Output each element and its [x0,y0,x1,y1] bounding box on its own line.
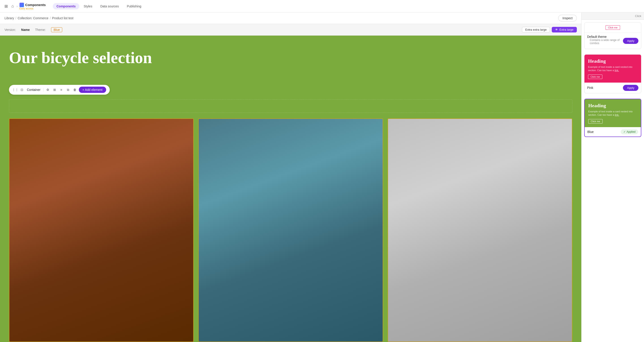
canvas-area: Our bicycle selection ⋮⋮ ⊡ Container ⚙ ⊞… [0,35,581,342]
top-nav: ⊞ ⌂ › Components Early access Components… [0,0,644,12]
viewport-xxl[interactable]: Extra extra large [522,27,550,32]
delete-icon[interactable]: 🗑 [72,87,78,92]
layout-icon[interactable]: ≡ [59,87,64,92]
pink-preview-text: Example of text inside a card nested int… [588,65,638,72]
blue-preview-text: Example of text inside a card nested int… [588,110,637,117]
breadcrumb: Library / Collection: Commerce / Product… [4,16,74,20]
canvas-heading: Our bicycle selection [0,35,581,71]
copy-icon[interactable]: ⧉ [66,87,71,92]
pink-apply-button[interactable]: Apply [623,85,638,91]
element-toolbar: ⋮⋮ ⊡ Container ⚙ ⊞ ≡ ⧉ 🗑 + Add element [9,85,110,95]
nav-brand: Components Early access [20,3,46,10]
viewport-xl[interactable]: 👁 Extra large [552,27,577,32]
tab-styles[interactable]: Styles [80,3,96,9]
product-card-2 [198,118,383,342]
settings-icon[interactable]: ⚙ [45,87,50,92]
canvas-content: Our bicycle selection ⋮⋮ ⊡ Container ⚙ ⊞… [0,35,581,342]
tab-components[interactable]: Components [53,3,79,9]
default-theme-name: Default theme [587,35,623,38]
editor-area: Library / Collection: Commerce / Product… [0,12,581,342]
applied-badge: ✓ Applied [621,129,638,134]
right-panel: Click Click me Default theme Contains a … [581,12,644,342]
version-name: Name [21,28,30,31]
pink-preview-button[interactable]: Click me [588,74,602,79]
main-layout: Library / Collection: Commerce / Product… [0,12,644,342]
click-tab-label: Click [635,14,641,18]
inspect-button[interactable]: Inspect [558,15,577,21]
nav-chevron: › [16,4,18,8]
default-click-button[interactable]: Click me [606,25,620,30]
container-icon[interactable]: ⊡ [19,87,25,92]
product-cards [0,118,581,342]
viewport-buttons: Extra extra large 👁 Extra large [522,27,577,32]
brand-name-text: Components [25,3,46,7]
applied-label: Applied [626,130,636,133]
pink-preview-heading: Heading [588,58,638,64]
blue-preview-heading: Heading [588,103,637,109]
brand-icon [20,3,24,7]
check-icon: ✓ [624,130,626,133]
grid-icon[interactable]: ⊞ [4,3,9,10]
nav-tabs: Components Styles Data sources Publishin… [53,3,145,9]
version-label: Version: [4,28,16,31]
blue-theme-footer: Blue ✓ Applied [585,127,641,137]
default-theme-preview: Click me [584,22,641,33]
blue-theme-name: Blue [587,130,594,134]
early-access-label: Early access [20,7,33,10]
theme-card-default: Click me Default theme Contains a wide r… [584,22,641,49]
blue-theme-preview: Heading Example of text inside a card ne… [585,99,641,127]
theme-badge[interactable]: Blue [51,27,62,32]
columns-icon[interactable]: ⊞ [52,87,57,92]
default-theme-footer: Default theme Contains a wide range of c… [584,33,641,49]
home-icon[interactable]: ⌂ [10,3,15,9]
container-label: Container [26,88,42,91]
blue-preview-link[interactable]: link. [615,113,619,116]
product-card-3 [388,118,572,342]
breadcrumb-sep-2: / [50,16,50,20]
viewport-xl-label: Extra large [559,28,574,31]
blue-preview-text-content: Example of text inside a card nested int… [588,110,632,116]
theme-card-pink: Heading Example of text inside a card ne… [584,54,641,93]
breadcrumb-library[interactable]: Library [4,16,14,20]
breadcrumb-collection[interactable]: Collection: Commerce [18,16,48,20]
drag-icon[interactable]: ⋮⋮ [12,87,18,92]
pink-preview-link[interactable]: link. [615,69,619,72]
default-theme-desc: Contains a wide range of combos [587,38,623,46]
pink-theme-preview: Heading Example of text inside a card ne… [584,55,641,83]
default-apply-button[interactable]: Apply [623,38,638,44]
tab-publishing[interactable]: Publishing [123,3,145,9]
pink-preview-text-content: Example of text inside a card nested int… [588,66,632,72]
product-card-1 [9,118,194,342]
version-bar: Version: Name Theme: Blue Extra extra la… [0,24,581,35]
tab-data-sources[interactable]: Data sources [97,3,122,9]
brand-name: Components [20,3,46,7]
dashed-container [9,99,572,113]
pink-theme-footer: Pink Apply [584,83,641,93]
add-element-button[interactable]: + Add element [79,87,106,93]
panel-top-header: Click [582,12,644,20]
breadcrumb-bar: Library / Collection: Commerce / Product… [0,12,581,24]
pink-theme-name: Pink [587,86,593,89]
eye-icon: 👁 [555,28,558,31]
toolbar-divider-1 [43,88,44,91]
theme-label: Theme: [35,28,46,31]
theme-card-blue: Heading Example of text inside a card ne… [584,99,641,137]
breadcrumb-sep-1: / [16,16,16,20]
breadcrumb-product-list[interactable]: Product list test [52,16,74,20]
blue-preview-button[interactable]: Click me [588,119,602,124]
